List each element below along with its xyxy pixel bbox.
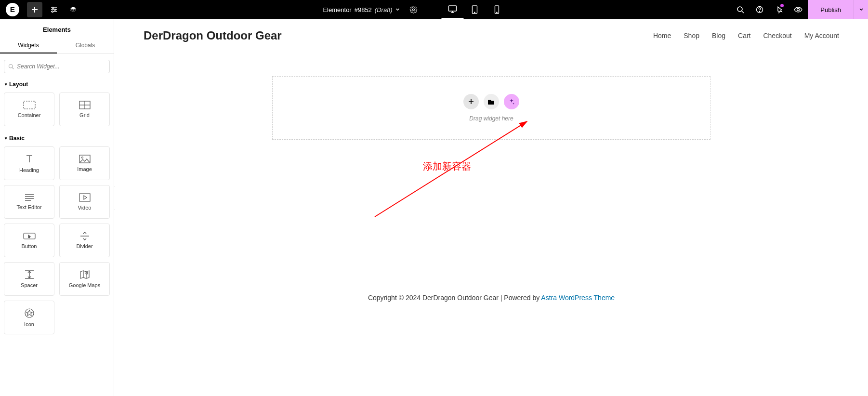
notifications-button[interactable] <box>769 0 789 19</box>
document-title[interactable]: Elementor #9852 (Draft) <box>323 6 400 13</box>
chevron-down-icon <box>395 7 400 12</box>
topbar-right: Publish <box>731 0 868 19</box>
add-element-button[interactable] <box>27 2 42 17</box>
top-bar: E Elementor #9852 (Draft) <box>0 0 868 19</box>
publish-label: Publish <box>820 6 841 13</box>
svg-line-18 <box>742 11 744 13</box>
finder-button[interactable] <box>731 0 750 19</box>
svg-point-1 <box>53 7 54 9</box>
structure-button[interactable] <box>66 2 81 17</box>
svg-point-17 <box>737 7 742 12</box>
doc-title-prefix: Elementor <box>323 6 351 13</box>
help-button[interactable] <box>750 0 769 19</box>
elementor-logo[interactable]: E <box>6 3 19 16</box>
notification-dot-icon <box>780 4 784 7</box>
svg-point-9 <box>413 9 415 11</box>
elementor-logo-glyph: E <box>10 5 15 14</box>
doc-status: (Draft) <box>375 6 393 13</box>
svg-point-14 <box>474 12 475 13</box>
doc-title-number: #9852 <box>355 6 372 13</box>
svg-point-3 <box>54 9 56 11</box>
publish-options-button[interactable] <box>854 0 868 19</box>
device-desktop[interactable] <box>442 0 464 19</box>
site-settings-button[interactable] <box>46 2 62 17</box>
topbar-left: E <box>0 0 83 19</box>
svg-rect-10 <box>449 6 457 11</box>
svg-point-21 <box>797 9 800 11</box>
device-tablet[interactable] <box>464 0 486 19</box>
topbar-center: Elementor #9852 (Draft) <box>323 0 508 19</box>
page-settings-button[interactable] <box>406 2 421 17</box>
responsive-devices <box>442 0 508 19</box>
device-mobile[interactable] <box>486 0 508 19</box>
svg-point-20 <box>760 11 760 12</box>
preview-button[interactable] <box>789 0 808 19</box>
svg-point-5 <box>52 11 53 13</box>
publish-button[interactable]: Publish <box>808 0 854 19</box>
svg-point-16 <box>497 12 497 13</box>
